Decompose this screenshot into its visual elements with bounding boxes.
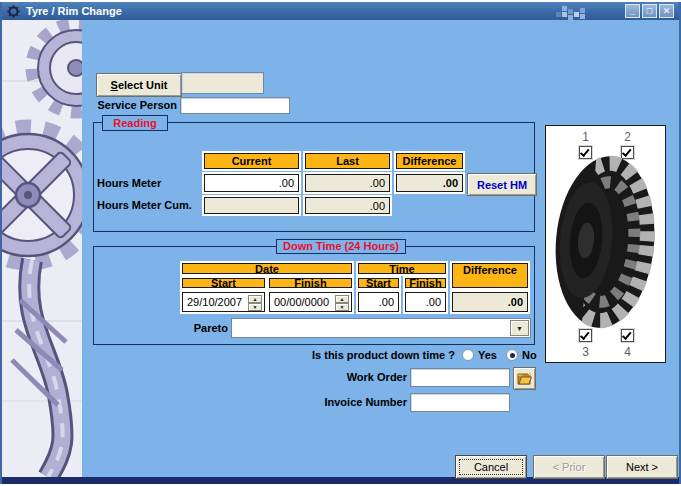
select-unit-mnemonic: S	[111, 79, 118, 91]
date-start-spinner-down[interactable]: ▼	[248, 303, 262, 311]
hours-meter-last-field: .00	[303, 172, 392, 194]
titlebar-decoration	[556, 5, 594, 19]
reading-group-label: Reading	[102, 115, 168, 131]
next-button[interactable]: Next >	[606, 455, 678, 479]
open-folder-icon	[517, 372, 532, 385]
cancel-button[interactable]: Cancel	[455, 455, 527, 479]
close-button[interactable]: ✕	[659, 4, 674, 18]
unit-field	[181, 72, 264, 94]
downtime-header-date-start: Start	[180, 276, 267, 290]
time-start-field[interactable]: .00	[356, 290, 401, 314]
tyre-position-2-label: 2	[621, 130, 634, 144]
downtime-header-date: Date	[180, 261, 354, 276]
titlebar: Tyre / Rim Change _ □ ✕	[2, 2, 679, 20]
hours-meter-label: Hours Meter	[97, 172, 161, 194]
tyre-position-1-label: 1	[579, 130, 592, 144]
service-person-field[interactable]	[180, 97, 290, 114]
hours-meter-cum-label: Hours Meter Cum.	[97, 195, 192, 216]
reading-header-last: Last	[303, 151, 392, 171]
reading-header-difference: Difference	[394, 151, 465, 171]
check-icon	[622, 330, 632, 340]
pareto-value	[232, 322, 236, 334]
work-order-field[interactable]	[410, 368, 510, 387]
no-radio[interactable]	[506, 349, 518, 361]
prior-button[interactable]: < Prior	[533, 455, 605, 479]
minimize-button[interactable]: _	[625, 4, 640, 18]
hours-meter-difference-field: .00	[394, 172, 465, 194]
work-order-browse-button[interactable]	[513, 367, 536, 390]
downtime-difference-field: .00	[450, 290, 530, 314]
yes-label: Yes	[478, 349, 497, 361]
reading-header-current: Current	[202, 151, 301, 171]
tyre-position-panel: 1 2 3 4	[545, 125, 666, 363]
dropdown-arrow-icon[interactable]: ▼	[510, 320, 529, 336]
downtime-header-date-finish: Finish	[267, 276, 354, 290]
gear-artwork-image	[2, 20, 82, 477]
downtime-header-time-start: Start	[356, 276, 401, 290]
tyre-rim-change-window: Tyre / Rim Change _ □ ✕	[0, 0, 681, 486]
hours-meter-cum-last-field: .00	[303, 195, 392, 216]
date-finish-field[interactable]: 00/00/0000 ▲▼	[267, 290, 354, 314]
check-icon	[580, 330, 590, 340]
work-order-label: Work Order	[290, 371, 407, 383]
no-label: No	[522, 349, 537, 361]
yes-radio[interactable]	[462, 349, 474, 361]
tyre-image	[553, 153, 659, 331]
downtime-header-time-finish: Finish	[403, 276, 448, 290]
downtime-header-difference: Difference	[450, 261, 530, 290]
invoice-number-label: Invoice Number	[270, 396, 407, 408]
date-start-spinner-up[interactable]: ▲	[248, 295, 262, 303]
select-unit-label: elect Unit	[118, 79, 168, 91]
downtime-question-label: Is this product down time ?	[220, 349, 455, 361]
app-gear-icon	[7, 5, 20, 18]
hours-meter-current-field[interactable]: .00	[202, 172, 301, 194]
maximize-button[interactable]: □	[642, 4, 657, 18]
time-finish-field[interactable]: .00	[403, 290, 448, 314]
date-finish-spinner-up[interactable]: ▲	[335, 295, 349, 303]
pareto-label: Pareto	[142, 318, 228, 338]
tyre-position-3-label: 3	[579, 345, 592, 359]
pareto-dropdown[interactable]: ▼	[231, 318, 531, 338]
select-unit-button[interactable]: Select Unit	[96, 73, 182, 97]
date-finish-spinner-down[interactable]: ▼	[335, 303, 349, 311]
date-start-field[interactable]: 29/10/2007 ▲▼	[180, 290, 267, 314]
reset-hm-button[interactable]: Reset HM	[467, 173, 537, 196]
invoice-number-field[interactable]	[410, 393, 510, 412]
hours-meter-cum-current-field	[202, 195, 301, 216]
tyre-position-4-label: 4	[621, 345, 634, 359]
tyre-position-3-checkbox[interactable]	[579, 329, 592, 342]
downtime-group-label: Down Time (24 Hours)	[276, 239, 406, 254]
window-title: Tyre / Rim Change	[26, 2, 122, 20]
downtime-header-time: Time	[356, 261, 448, 276]
service-person-label: Service Person	[85, 99, 177, 111]
tyre-position-4-checkbox[interactable]	[621, 329, 634, 342]
